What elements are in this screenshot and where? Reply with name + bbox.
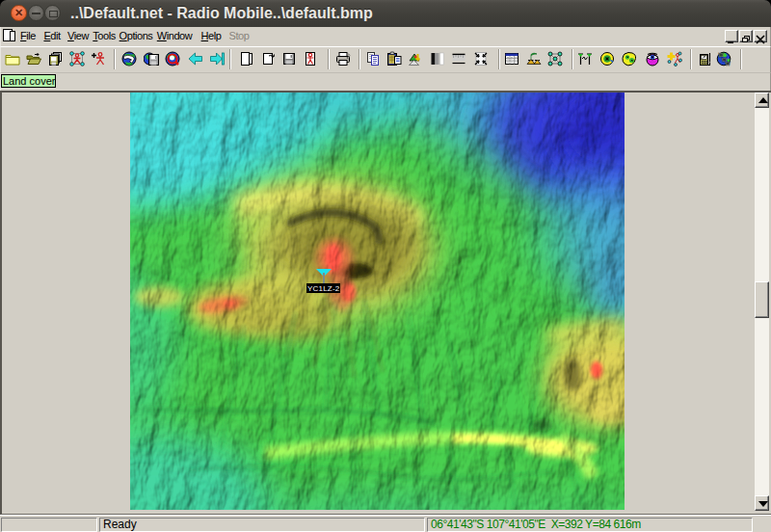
svg-text:W: W (726, 61, 731, 66)
